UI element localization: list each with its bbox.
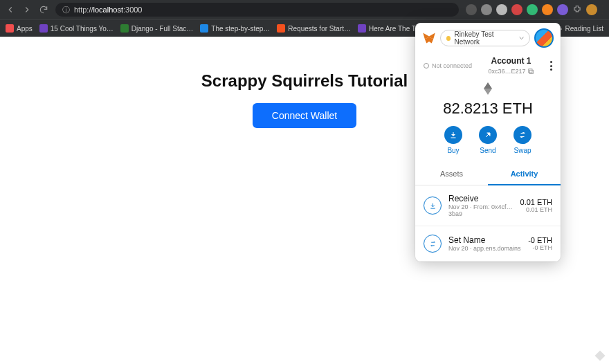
page-body: Scrappy Squirrels Tutorial Connect Walle…	[0, 37, 609, 364]
svg-marker-4	[595, 351, 606, 361]
ext-icon[interactable]	[557, 4, 568, 15]
network-selector[interactable]: Rinkeby Test Network	[440, 30, 530, 46]
eth-icon	[415, 82, 561, 97]
buy-button[interactable]: Buy	[444, 126, 462, 154]
bookmark-item[interactable]: The step-by-step…	[200, 24, 270, 33]
send-button[interactable]: Send	[479, 126, 497, 154]
ext-icon[interactable]	[466, 4, 477, 15]
tab-activity[interactable]: Activity	[488, 163, 561, 185]
browser-menu[interactable]	[601, 5, 603, 15]
ext-icon[interactable]	[527, 4, 538, 15]
download-icon	[444, 126, 462, 144]
swap-icon	[424, 235, 442, 253]
bookmark-item[interactable]: Requests for Start…	[277, 24, 351, 33]
copy-icon[interactable]	[528, 69, 534, 75]
metamask-popup: Rinkeby Test Network Not connected Accou…	[415, 23, 561, 262]
svg-rect-3	[528, 69, 531, 72]
tab-assets[interactable]: Assets	[415, 163, 488, 185]
forward-button[interactable]	[22, 5, 32, 15]
account-menu[interactable]	[550, 61, 552, 71]
metamask-fox-icon	[422, 31, 436, 45]
connection-status[interactable]: Not connected	[424, 62, 472, 69]
arrow-up-right-icon	[479, 126, 497, 144]
download-icon	[424, 197, 442, 215]
chevron-down-icon	[519, 35, 524, 41]
toolbar-right	[466, 4, 603, 15]
back-button[interactable]	[6, 5, 15, 15]
ext-icon[interactable]	[496, 4, 507, 15]
account-selector[interactable]: Account 1 0xc36…E217	[476, 56, 546, 75]
reload-button[interactable]	[39, 5, 48, 15]
url-text: http://localhost:3000	[74, 6, 142, 14]
browser-toolbar: ⓘ http://localhost:3000	[0, 0, 609, 19]
ext-icon[interactable]	[481, 4, 492, 15]
metamask-toolbar-icon[interactable]	[542, 4, 553, 15]
connect-wallet-button[interactable]: Connect Wallet	[253, 103, 356, 128]
transaction-row[interactable]: ReceiveNov 20 · From: 0x4cf…3ba90.01 ETH…	[415, 185, 561, 226]
balance: 82.8213 ETH	[415, 100, 561, 118]
swap-icon	[513, 126, 531, 144]
bookmark-item[interactable]: Django - Full Stac…	[120, 24, 193, 33]
bookmark-item[interactable]: Apps	[6, 24, 33, 33]
extensions-icon[interactable]	[572, 5, 582, 15]
devtools-corner-icon	[594, 349, 606, 362]
ext-icon[interactable]	[511, 4, 522, 15]
account-avatar[interactable]	[534, 28, 554, 48]
svg-rect-2	[529, 70, 533, 73]
info-icon: ⓘ	[62, 5, 70, 15]
profile-avatar[interactable]	[586, 4, 597, 15]
transaction-row[interactable]: Set NameNov 20 · app.ens.domains-0 ETH-0…	[415, 226, 561, 262]
swap-button[interactable]: Swap	[513, 126, 531, 154]
bookmark-item[interactable]: 15 Cool Things Yo…	[39, 24, 113, 33]
url-bar[interactable]: ⓘ http://localhost:3000	[55, 3, 459, 17]
network-status-dot	[446, 36, 451, 41]
